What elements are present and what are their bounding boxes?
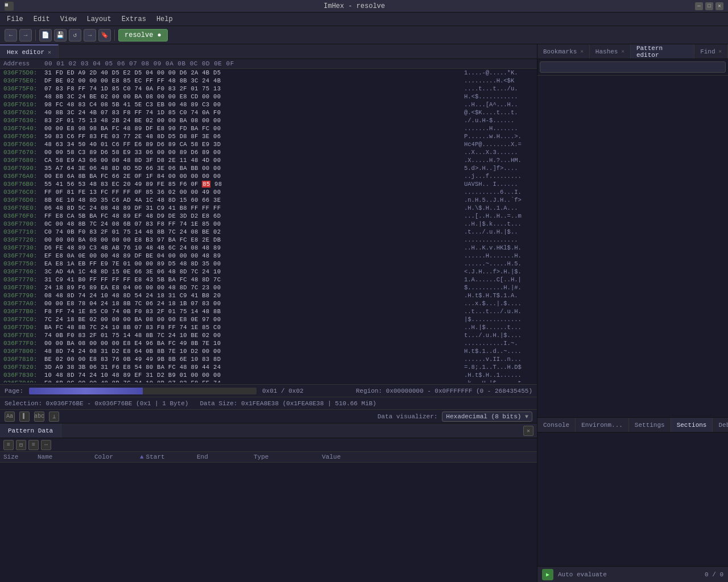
col-start[interactable]: ▲Start [140, 454, 197, 460]
row-bytes[interactable]: 24 18 89 F6 89 EA E8 04 06 00 00 48 8D 7… [44, 284, 460, 292]
row-bytes[interactable]: 31 FD ED A9 2D 40 D5 E2 D5 04 00 00 D6 2… [44, 69, 460, 77]
row-bytes[interactable]: 00 00 E8 98 98 BA FC 48 89 DF E8 90 FD B… [44, 124, 460, 132]
hex-row[interactable]: 036F75F0:07 83 F8 FF 74 1D 85 C0 74 0A F… [0, 85, 537, 93]
hex-row[interactable]: 036F7640:00 00 E8 98 98 BA FC 48 89 DF E… [0, 124, 537, 132]
hex-row[interactable]: 036F7650:50 83 C6 FF 83 FE 03 77 2E 48 8… [0, 132, 537, 140]
hex-row[interactable]: 036F77A0:00 00 E8 78 04 24 18 8B 7C 06 2… [0, 300, 537, 307]
hex-row[interactable]: 036F7750:EA E8 1A EB FF E9 7E 01 00 00 8… [0, 260, 537, 268]
minimize-button[interactable]: ─ [695, 2, 703, 10]
hex-search-btn[interactable]: ▌ [19, 411, 30, 422]
pattern-editor-tab[interactable]: Pattern editor [631, 44, 694, 59]
row-bytes[interactable]: 40 8B 3C 24 4B 07 83 F8 FF 74 1D 85 C0 7… [44, 109, 460, 117]
console-tab[interactable]: Console [537, 418, 576, 432]
hex-row[interactable]: 036F7670:00 00 58 C3 89 D6 58 E9 33 06 0… [0, 148, 537, 156]
hex-row[interactable]: 036F7780:24 18 89 F6 89 EA E8 04 06 00 0… [0, 284, 537, 292]
hex-row[interactable]: 036F7630:83 2F 01 75 13 48 2B 24 BE 02 0… [0, 117, 537, 124]
row-bytes[interactable]: BE 02 00 00 E8 83 76 0B 49 49 9B 8B 6E 1… [44, 355, 460, 363]
hex-row[interactable]: 036F75D0:31 FD ED A9 2D 40 D5 E2 D5 04 0… [0, 69, 537, 77]
col-color[interactable]: Color [94, 454, 140, 460]
hex-row[interactable]: 036F7660:48 63 34 50 40 01 C6 FF E6 89 D… [0, 140, 537, 148]
hex-row[interactable]: 036F77E0:74 0B F0 83 2F 01 75 14 48 8B 7… [0, 331, 537, 339]
row-bytes[interactable]: BA FC 48 8B 7C 24 10 8B 07 83 F8 FF 74 1… [44, 323, 460, 331]
row-bytes[interactable]: 7C 24 18 BE 02 00 00 00 BA 08 00 00 E8 0… [44, 315, 460, 323]
row-bytes[interactable]: 07 83 F8 FF 74 1D 85 C0 74 0A F0 83 2F 0… [44, 85, 460, 93]
hex-row[interactable]: 036F7690:35 A7 64 3E 06 48 8D 0D 5D 66 3… [0, 164, 537, 172]
hex-editor-tab-close[interactable]: ✕ [48, 49, 51, 56]
row-bytes[interactable]: 48 8D 74 24 08 31 D2 E8 64 0B 8B 7E 10 D… [44, 347, 460, 355]
pattern-data-tab[interactable]: Pattern Data [0, 423, 61, 438]
hex-row[interactable]: 036F7740:EF E8 0A 0E 00 00 48 89 DF BE 0… [0, 252, 537, 260]
menu-extras[interactable]: Extras [117, 14, 151, 24]
hex-row[interactable]: 036F76D0:8B 6E 10 48 8D 35 C6 AD 4A 1C 4… [0, 196, 537, 204]
maximize-button[interactable]: □ [705, 2, 713, 10]
forward-button[interactable]: → [19, 29, 32, 41]
hex-row[interactable]: 036F7710:C0 74 0B F0 83 2F 01 75 14 48 8… [0, 228, 537, 236]
row-bytes[interactable]: 8B 6E 10 48 8D 35 C6 AD 4A 1C 48 8D 15 6… [44, 196, 460, 204]
row-bytes[interactable]: 00 00 58 C3 89 D6 58 E9 33 06 00 00 89 D… [44, 148, 460, 156]
pattern-close-btn[interactable]: ✕ [523, 426, 533, 436]
find-tab-close[interactable]: ✕ [719, 48, 722, 55]
sections-tab[interactable]: Sections [671, 418, 713, 432]
menu-file[interactable]: File [2, 14, 28, 24]
row-bytes[interactable]: EA E8 1A EB FF E9 7E 01 00 00 89 D5 48 8… [44, 260, 460, 268]
row-bytes[interactable]: 48 8B 3C 24 BE 02 00 00 BA 08 00 00 E8 C… [44, 93, 460, 101]
bookmarks-tab[interactable]: Bookmarks ✕ [537, 44, 590, 59]
auto-evaluate-btn[interactable]: ▶ [542, 569, 553, 580]
col-type[interactable]: Type [254, 454, 322, 460]
hex-rows[interactable]: 036F75D0:31 FD ED A9 2D 40 D5 E2 D5 04 0… [0, 69, 537, 383]
hex-row[interactable]: 036F7720:00 00 00 BA 08 00 00 00 E8 B3 9… [0, 236, 537, 244]
row-bytes[interactable]: 55 41 56 53 48 83 EC 20 49 89 FE 85 F6 0… [44, 180, 460, 188]
undo-button[interactable]: ↺ [69, 29, 81, 41]
selected-byte[interactable]: 85 [202, 181, 210, 188]
row-bytes[interactable]: 74 0B F0 83 2F 01 75 14 48 8B 7C 24 10 B… [44, 331, 460, 339]
regex-btn[interactable]: abc [34, 411, 44, 422]
hashes-tab[interactable]: Hashes ✕ [590, 44, 631, 59]
filter-patterns-btn[interactable]: ≡ [3, 440, 14, 450]
environment-tab[interactable]: Environm... [576, 418, 629, 432]
hex-row[interactable]: 036F75E0:DF BE 02 00 00 00 E8 85 EC FF F… [0, 77, 537, 85]
row-bytes[interactable]: F8 FF 74 1E 85 C0 74 0B F0 83 2F 01 75 1… [44, 307, 460, 315]
row-bytes[interactable]: C0 74 0B F0 83 2F 01 75 14 48 8B 7C 24 0… [44, 228, 460, 236]
row-bytes[interactable]: 3D A9 38 3B 06 31 F6 E8 54 80 BA FC 48 8… [44, 363, 460, 371]
hex-row[interactable]: 036F77D0:BA FC 48 8B 7C 24 10 8B 07 83 F… [0, 323, 537, 331]
row-bytes[interactable]: CA 58 E9 A3 06 00 00 48 8D 3F D8 2E 11 4… [44, 156, 460, 164]
hex-row[interactable]: 036F76F0:FF E8 CA 5B BA FC 48 89 EF 48 D… [0, 212, 537, 220]
hex-row[interactable]: 036F7600:48 8B 3C 24 BE 02 00 00 BA 08 0… [0, 93, 537, 101]
row-bytes[interactable]: 35 A7 64 3E 06 48 8D 0D 5D 66 3E 06 BA B… [44, 164, 460, 172]
hex-row[interactable]: 036F7820:3D A9 38 3B 06 31 F6 E8 54 80 B… [0, 363, 537, 371]
hex-row[interactable]: 036F7840:E8 6B 0C 00 00 48 8B 7C 24 10 8… [0, 379, 537, 383]
col-size[interactable]: Size [3, 454, 38, 460]
bookmark-button[interactable]: 🔖 [98, 29, 111, 41]
filter-btn[interactable]: ⊥ [49, 411, 59, 422]
hex-row[interactable]: 036F76A0:00 E8 6A 8B BA FC 66 2E 0F 1F 8… [0, 172, 537, 180]
row-bytes[interactable]: 06 48 8D 5C 24 08 48 89 DF 31 C9 41 B8 F… [44, 204, 460, 212]
close-button[interactable]: ✕ [715, 2, 723, 10]
row-bytes[interactable]: FF E8 CA 5B BA FC 48 89 EF 48 D9 DE 3D D… [44, 212, 460, 220]
hex-row[interactable]: 036F7790:08 48 8D 74 24 10 48 8D 54 24 1… [0, 292, 537, 300]
col-name[interactable]: Name [38, 454, 94, 460]
debugger-tab[interactable]: Debugger [713, 418, 728, 432]
row-bytes[interactable]: 48 63 34 50 40 01 C6 FF E6 89 D6 89 CA 5… [44, 140, 460, 148]
hex-row[interactable]: 036F7770:31 C9 41 B0 FF FF FF FF E8 43 5… [0, 276, 537, 284]
save-button[interactable]: 💾 [54, 29, 67, 41]
search-input[interactable] [540, 61, 726, 73]
menu-edit[interactable]: Edit [29, 14, 55, 24]
text-search-btn[interactable]: Aa [5, 411, 15, 422]
hex-editor-tab[interactable]: Hex editor ✕ [0, 44, 59, 59]
hex-row[interactable]: 036F76B0:55 41 56 53 48 83 EC 20 49 89 F… [0, 180, 537, 188]
row-bytes[interactable]: 00 E8 6A 8B BA FC 66 2E 0F 1F 84 00 00 0… [44, 172, 460, 180]
redo-button[interactable]: → [84, 29, 96, 41]
hex-row[interactable]: 036F7760:3C AD 4A 1C 48 8D 15 0E 66 3E 0… [0, 268, 537, 276]
col-end[interactable]: End [197, 454, 254, 460]
row-bytes[interactable]: DF BE 02 00 00 00 E8 85 EC FF FF 48 8B 3… [44, 77, 460, 85]
pattern-flat-btn[interactable]: ≡ [28, 440, 39, 450]
pattern-cols-btn[interactable]: ⊟ [16, 440, 26, 450]
hex-row[interactable]: 036F7610:98 FC 48 83 C4 08 5B 41 5E C3 E… [0, 101, 537, 109]
bookmarks-tab-close[interactable]: ✕ [580, 48, 583, 55]
row-bytes[interactable]: E8 6B 0C 00 00 48 8B 7C 24 10 8B 07 83 F… [44, 379, 460, 383]
menu-view[interactable]: View [56, 14, 81, 24]
row-bytes[interactable]: 98 FC 48 83 C4 08 5B 41 5E C3 EB 00 48 8… [44, 101, 460, 109]
row-bytes[interactable]: 3C AD 4A 1C 48 8D 15 0E 66 3E 06 48 8D 7… [44, 268, 460, 276]
hex-row[interactable]: 036F77B0:F8 FF 74 1E 85 C0 74 0B F0 83 2… [0, 307, 537, 315]
pattern-tree-btn[interactable]: ↔ [41, 440, 51, 450]
